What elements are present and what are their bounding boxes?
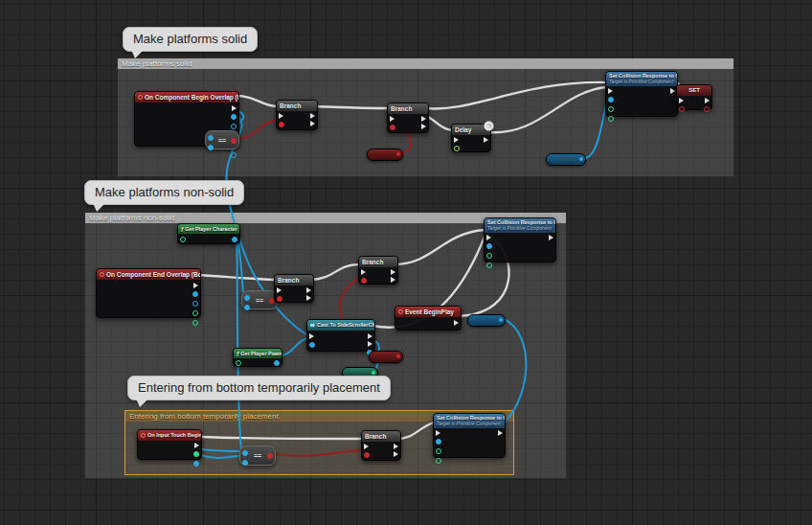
data-pin[interactable]: [486, 262, 492, 268]
exec-pin[interactable]: [670, 88, 675, 94]
set-collision-response-node[interactable]: Set Collision Response to Channel Target…: [605, 71, 678, 117]
data-pin[interactable]: [232, 237, 237, 242]
exec-pin[interactable]: [484, 137, 488, 143]
data-pin[interactable]: [436, 458, 441, 464]
data-pin[interactable]: [231, 152, 237, 158]
exec-pin[interactable]: [391, 269, 395, 275]
exec-pin[interactable]: [310, 113, 315, 119]
exec-pin[interactable]: [454, 320, 459, 326]
exec-pin[interactable]: [310, 121, 315, 126]
set-collision-response-node[interactable]: Set Collision Response to Channel Target…: [484, 217, 556, 262]
data-pin[interactable]: [274, 360, 280, 366]
data-pin[interactable]: [436, 448, 441, 454]
exec-pin[interactable]: [421, 124, 426, 129]
data-pin[interactable]: [244, 305, 250, 310]
exec-pin[interactable]: [306, 287, 311, 293]
data-pin[interactable]: [704, 106, 710, 112]
blueprint-graph[interactable]: Make platforms solid Make platforms non-…: [0, 0, 812, 525]
exec-pin[interactable]: [454, 137, 459, 143]
data-pin[interactable]: [499, 318, 503, 322]
exec-pin[interactable]: [364, 444, 369, 449]
exec-pin[interactable]: [193, 283, 198, 288]
exec-pin[interactable]: [498, 430, 503, 436]
data-pin[interactable]: [242, 460, 248, 466]
exec-pin[interactable]: [390, 116, 395, 122]
data-pin[interactable]: [231, 138, 237, 144]
cast-node[interactable]: Cast To SideScrollerCharacter: [306, 319, 375, 352]
exec-pin[interactable]: [394, 444, 398, 449]
data-pin[interactable]: [277, 296, 282, 302]
bool-variable-pill[interactable]: [369, 351, 403, 363]
data-pin[interactable]: [608, 106, 614, 112]
get-player-character-node[interactable]: fGet Player Character: [177, 223, 240, 244]
get-player-pawn-node[interactable]: fGet Player Pawn: [233, 348, 282, 367]
data-pin[interactable]: [390, 125, 395, 130]
object-variable-pill[interactable]: [467, 314, 506, 327]
event-beginplay-node[interactable]: Event BeginPlay: [395, 306, 462, 331]
exec-pin[interactable]: [232, 105, 237, 111]
data-pin[interactable]: [608, 116, 614, 122]
data-pin[interactable]: [231, 114, 237, 120]
set-collision-response-node[interactable]: Set Collision Response to Channel Target…: [433, 413, 506, 458]
data-pin[interactable]: [193, 461, 199, 467]
data-pin[interactable]: [436, 439, 441, 445]
data-pin[interactable]: [192, 301, 198, 307]
equals-node[interactable]: ==: [241, 290, 278, 309]
branch-node[interactable]: Branch: [361, 430, 401, 461]
data-pin[interactable]: [486, 243, 492, 249]
event-node-touch-begin[interactable]: On Input Touch Begin (Platform): [137, 429, 202, 460]
exec-pin[interactable]: [306, 295, 311, 301]
branch-node[interactable]: Branch: [274, 274, 314, 303]
exec-pin[interactable]: [549, 235, 553, 240]
data-pin[interactable]: [192, 320, 198, 326]
data-pin[interactable]: [608, 97, 614, 103]
bool-variable-pill[interactable]: [367, 148, 403, 161]
data-pin[interactable]: [364, 452, 370, 458]
data-pin[interactable]: [208, 135, 214, 141]
branch-node[interactable]: Branch: [358, 256, 398, 285]
data-pin[interactable]: [236, 360, 241, 366]
exec-pin[interactable]: [368, 333, 372, 339]
data-pin[interactable]: [231, 124, 237, 129]
data-pin[interactable]: [208, 145, 214, 150]
data-pin[interactable]: [396, 152, 400, 156]
data-pin[interactable]: [279, 122, 284, 127]
data-pin[interactable]: [579, 157, 583, 161]
branch-node[interactable]: Branch: [387, 103, 429, 133]
comment-title[interactable]: Make platforms solid: [118, 58, 733, 69]
exec-pin[interactable]: [436, 430, 440, 436]
data-pin[interactable]: [193, 451, 199, 457]
exec-pin[interactable]: [361, 269, 366, 275]
exec-pin[interactable]: [486, 235, 491, 240]
exec-pin[interactable]: [421, 116, 426, 122]
data-pin[interactable]: [372, 371, 375, 375]
exec-pin[interactable]: [391, 277, 395, 283]
exec-pin[interactable]: [705, 98, 710, 103]
exec-pin[interactable]: [309, 333, 314, 339]
data-pin[interactable]: [267, 453, 273, 459]
data-pin[interactable]: [361, 278, 367, 284]
data-pin[interactable]: [454, 146, 460, 151]
branch-node[interactable]: Branch: [276, 100, 318, 130]
exec-pin[interactable]: [679, 98, 684, 103]
exec-pin[interactable]: [608, 88, 613, 94]
equals-node[interactable]: ==: [205, 130, 239, 149]
set-variable-node[interactable]: SET: [676, 84, 712, 110]
data-pin[interactable]: [679, 106, 685, 112]
exec-pin[interactable]: [194, 443, 199, 448]
exec-pin[interactable]: [277, 287, 282, 293]
event-node-end-overlap[interactable]: On Component End Overlap (Box): [96, 268, 201, 318]
equals-node[interactable]: ==: [239, 445, 276, 466]
data-pin[interactable]: [244, 295, 250, 301]
data-pin[interactable]: [486, 253, 492, 259]
object-variable-pill[interactable]: [546, 153, 586, 166]
data-pin[interactable]: [180, 237, 186, 242]
exec-pin[interactable]: [368, 341, 372, 347]
exec-pin[interactable]: [394, 451, 398, 457]
data-pin[interactable]: [242, 450, 248, 456]
delay-node[interactable]: ◷ Delay: [451, 124, 491, 152]
data-pin[interactable]: [192, 310, 198, 316]
exec-pin[interactable]: [279, 113, 283, 119]
data-pin[interactable]: [309, 342, 315, 348]
data-pin[interactable]: [192, 291, 198, 297]
